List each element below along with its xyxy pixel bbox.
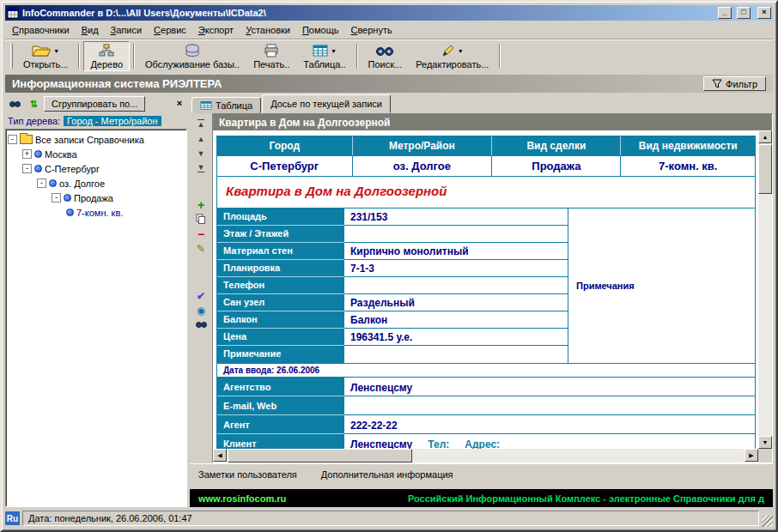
menu-eksport[interactable]: Экспорт — [193, 23, 240, 37]
titlebar[interactable]: InfoCommander в D:\...\All Users\Докумен… — [5, 5, 773, 21]
menu-servis[interactable]: Сервис — [149, 23, 193, 37]
status-date-text: Дата: понедельник, 26.06.2006, 01:47 — [22, 511, 759, 526]
app-window: InfoCommander в D:\...\All Users\Докумен… — [0, 0, 778, 532]
folder-open-icon — [32, 44, 51, 57]
promo-url[interactable]: www.rosinfocom.ru — [198, 493, 286, 504]
contact-value-agent: 222-22-22 — [344, 415, 755, 434]
print-button[interactable]: Печать.. — [246, 41, 296, 71]
tab-dossier[interactable]: Досье по текущей записи — [262, 94, 391, 113]
tree-node-label[interactable]: Все записи Справочника — [35, 135, 144, 145]
sidebar-search-button[interactable] — [6, 96, 23, 112]
globe-button[interactable]: ◉ — [192, 303, 210, 317]
search-button[interactable]: Поиск... — [362, 41, 410, 71]
tree-node-label[interactable]: 7-комн. кв. — [76, 208, 123, 218]
edit-button[interactable]: ▼ Редактировать... — [409, 41, 495, 71]
last-record-button[interactable]: ▼ — [192, 160, 210, 175]
contact-value-agency: Ленспецсму — [344, 378, 755, 396]
record-content: Город Метро/Район Вид сделки Вид недвижи… — [213, 130, 758, 449]
menu-zapisi[interactable]: Записи — [106, 23, 149, 37]
app-header: Информационная система РИЭЛТЕРА Фильтр — [5, 75, 773, 93]
dropdown-arrow-icon[interactable]: ▼ — [331, 48, 337, 54]
minimize-button[interactable]: _ — [718, 7, 732, 19]
records-tree[interactable]: - Все записи Справочника + Москва - С-Пе… — [5, 129, 187, 507]
collapse-icon[interactable]: - — [37, 178, 46, 188]
menu-spravochniki[interactable]: Справочники — [7, 23, 76, 37]
group-by-button[interactable]: Сгруппировать по... — [44, 96, 145, 112]
collapse-icon[interactable]: - — [22, 164, 32, 173]
vertical-scroll-thumb[interactable] — [758, 144, 772, 194]
dropdown-arrow-icon[interactable]: ▼ — [53, 48, 59, 54]
expand-icon[interactable]: + — [22, 149, 32, 159]
dropdown-arrow-icon[interactable]: ▼ — [458, 48, 464, 54]
open-button[interactable]: ▼ Открыть... — [16, 41, 75, 71]
resize-grip-icon[interactable] — [762, 516, 773, 527]
database-maintenance-button[interactable]: Обслуживание базы.. — [138, 41, 246, 71]
horizontal-scrollbar[interactable]: ◀ ▶ — [213, 449, 772, 462]
scroll-down-icon[interactable]: ▼ — [758, 436, 772, 449]
tab-table[interactable]: Таблица — [191, 97, 261, 113]
sidebar-refresh-button[interactable]: ⇅ — [25, 96, 42, 112]
prop-label-price: Цена — [217, 329, 344, 346]
toolbar-separator — [78, 44, 80, 69]
maximize-button[interactable]: □ — [737, 7, 751, 19]
collapse-icon[interactable]: - — [52, 193, 61, 203]
summary-value-city: С-Петербург — [217, 156, 352, 176]
binoculars-icon — [196, 322, 207, 328]
prev-record-button[interactable]: ▲ — [192, 131, 210, 146]
sidebar-close-button[interactable]: × — [173, 97, 186, 111]
first-record-button[interactable]: ▲ — [192, 117, 210, 131]
menu-ustanovki[interactable]: Установки — [240, 23, 297, 37]
toolbar-separator — [133, 44, 135, 69]
filter-button[interactable]: Фильтр — [703, 76, 766, 91]
dossier-area: ▲ ▲ ▼ ▼ + − ✎ ✔ ◉ — [190, 112, 773, 463]
contact-label-email: E-mail, Web — [217, 396, 344, 415]
table-icon — [313, 44, 328, 57]
prop-label-bathroom: Сан узел — [217, 294, 344, 311]
tree-node-root[interactable]: - Все записи Справочника — [8, 132, 185, 147]
next-record-button[interactable]: ▼ — [192, 146, 210, 160]
tree-node-moscow[interactable]: + Москва — [8, 147, 185, 161]
notes-cell: Примечания — [568, 209, 755, 363]
prop-label-area: Площадь — [217, 209, 344, 226]
table-button[interactable]: ▼ Таблица.. — [296, 41, 352, 71]
printer-icon — [264, 44, 279, 57]
add-record-button[interactable]: + — [192, 197, 210, 212]
summary-value-metro: оз. Долгое — [352, 156, 492, 176]
folder-icon — [20, 135, 33, 144]
scroll-up-icon[interactable]: ▲ — [758, 130, 772, 143]
tree-type-value[interactable]: Город - Метро/район — [64, 116, 161, 126]
prop-label-phone: Телефон — [217, 277, 344, 294]
find-button[interactable] — [192, 317, 210, 332]
tree-node-spb[interactable]: - С-Петербург — [8, 161, 185, 176]
tree-node-label[interactable]: С-Петербург — [45, 164, 100, 174]
prop-label-note: Примечание — [217, 346, 344, 363]
prop-value-walls: Кирпично монолитный — [344, 243, 568, 260]
tree-node-label[interactable]: оз. Долгое — [59, 178, 105, 189]
tree-node-label[interactable]: Москва — [45, 149, 77, 160]
confirm-button[interactable]: ✔ — [192, 288, 210, 303]
user-notes-link[interactable]: Заметки пользователя — [198, 469, 297, 480]
tree-node-label[interactable]: Продажа — [74, 193, 113, 203]
tree-node-7room[interactable]: 7-комн. кв. — [8, 205, 185, 220]
horizontal-scroll-thumb[interactable] — [228, 449, 412, 462]
copy-record-button[interactable] — [192, 212, 210, 227]
toolbar-separator — [499, 44, 501, 69]
tree-node-prodazha[interactable]: - Продажа — [8, 190, 185, 205]
close-button[interactable]: × — [757, 7, 771, 19]
prop-value-area: 231/153 — [344, 209, 568, 226]
language-indicator[interactable]: Ru — [5, 511, 20, 525]
menu-pomosch[interactable]: Помощь — [297, 23, 346, 37]
tree-button[interactable]: Дерево — [83, 41, 130, 71]
date-entered: Дата ввода: 26.06.2006 — [217, 363, 755, 377]
scroll-left-icon[interactable]: ◀ — [213, 449, 227, 462]
menu-vid[interactable]: Вид — [76, 23, 106, 37]
vertical-scrollbar[interactable]: ▲ ▼ — [758, 130, 772, 449]
tree-node-oz-dolgoe[interactable]: - оз. Долгое — [8, 176, 185, 190]
collapse-icon[interactable]: - — [8, 135, 17, 144]
additional-info-link[interactable]: Дополнительная информация — [321, 469, 453, 480]
edit-record-button[interactable]: ✎ — [192, 241, 210, 256]
menu-svernut[interactable]: Свернуть — [345, 23, 398, 37]
delete-record-button[interactable]: − — [192, 227, 210, 241]
scroll-right-icon[interactable]: ▶ — [745, 449, 758, 462]
toolbar-drag-handle[interactable] — [10, 44, 13, 69]
